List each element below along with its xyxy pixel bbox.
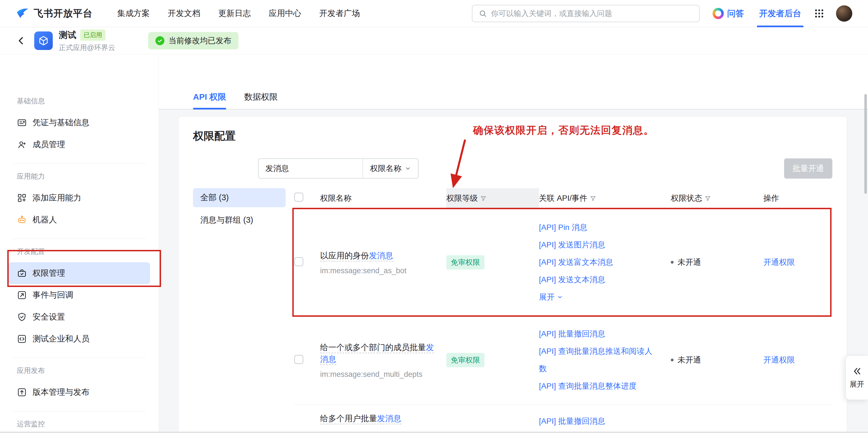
sidebar-section-release: 应用发布 — [8, 366, 150, 375]
double-chevron-left-icon — [852, 367, 862, 376]
select-all-checkbox[interactable] — [294, 193, 303, 202]
batch-open-button[interactable]: 批量开通 — [784, 158, 832, 179]
permissions-table: 权限名称 权限等级 关联 API/事件 权限状态 操作 — [294, 188, 832, 433]
header-permission-level[interactable]: 权限等级 — [446, 188, 539, 209]
api-link[interactable]: [API] 发送富文本消息 — [539, 254, 658, 271]
expand-apis-link[interactable]: 展开 — [539, 288, 665, 306]
api-link[interactable]: [API] 发送图片消息 — [539, 236, 658, 254]
tab-label: API 权限 — [193, 92, 226, 102]
qa-gradient-icon — [713, 8, 724, 19]
search-icon — [478, 9, 487, 18]
menu-item-dev-plaza[interactable]: 开发者广场 — [319, 8, 360, 19]
app-name: 测试 — [59, 29, 76, 41]
permission-icon — [17, 268, 27, 278]
apps-grid-icon[interactable] — [814, 8, 824, 19]
qa-entry[interactable]: 问答 — [713, 8, 744, 19]
open-permission-link[interactable]: 开通权限 — [763, 258, 795, 266]
sidebar-section-dev-config: 开发配置 — [8, 247, 150, 256]
permission-level-badge: 免审权限 — [446, 353, 485, 367]
table-row: 给一个或多个部门的成员批量发消息 im:message:send_multi_d… — [294, 316, 832, 405]
sidebar-divider — [13, 358, 146, 358]
search-field-select[interactable]: 权限名称 — [363, 159, 418, 178]
tab-label: 数据权限 — [244, 92, 278, 102]
api-link[interactable]: [API] 查询批量消息整体进度 — [539, 377, 658, 395]
menu-item-changelog[interactable]: 更新日志 — [218, 8, 251, 19]
filter-funnel-icon — [590, 195, 596, 202]
row-checkbox[interactable] — [294, 355, 303, 364]
page: 飞书开放平台 集成方案 开发文档 更新日志 应用中心 开发者广场 问答 开发者后… — [0, 0, 868, 433]
app-header: 测试 已启用 正式应用@环界云 当前修改均已发布 — [0, 27, 868, 54]
primary-menu: 集成方案 开发文档 更新日志 应用中心 开发者广场 — [117, 8, 360, 19]
test-company-icon — [17, 334, 27, 344]
app-meta: 测试 已启用 正式应用@环界云 — [59, 29, 115, 52]
sidebar-section-capabilities: 应用能力 — [8, 172, 150, 181]
api-link[interactable]: [API] 发送文本消息 — [539, 271, 658, 288]
permission-code: im:message:send_as_bot — [320, 266, 441, 275]
permission-search-input[interactable] — [259, 164, 363, 173]
sidebar-item-label: 安全设置 — [33, 311, 65, 323]
permission-name-link[interactable]: 发消息 — [377, 414, 401, 423]
sidebar-item-label: 版本管理与发布 — [33, 387, 90, 398]
menu-item-app-center[interactable]: 应用中心 — [269, 8, 301, 19]
category-message-group[interactable]: 消息与群组 (3) — [193, 211, 286, 230]
sidebar-item-credentials[interactable]: 凭证与基础信息 — [8, 112, 150, 134]
row-checkbox[interactable] — [294, 257, 303, 266]
sidebar-item-members[interactable]: 成员管理 — [8, 134, 150, 155]
table-row: 以应用的身份发消息 im:message:send_as_bot 免审权限 [A… — [294, 209, 832, 316]
vertical-scrollbar-thumb[interactable] — [864, 94, 867, 194]
brand[interactable]: 飞书开放平台 — [16, 7, 93, 20]
sidebar-section-basic-info: 基础信息 — [8, 96, 150, 106]
sidebar-divider — [13, 239, 146, 239]
sidebar-item-add-capability[interactable]: 添加应用能力 — [8, 187, 150, 209]
tab-api-permissions[interactable]: API 权限 — [193, 91, 226, 109]
sidebar-item-version-release[interactable]: 版本管理与发布 — [8, 381, 150, 403]
brand-title: 飞书开放平台 — [34, 7, 93, 20]
expand-panel-button[interactable]: 展开 — [845, 355, 868, 400]
category-all[interactable]: 全部 (3) — [193, 188, 286, 207]
header-related-api[interactable]: 关联 API/事件 — [539, 188, 671, 209]
sidebar-item-label: 事件与回调 — [33, 289, 73, 301]
header-permission-status[interactable]: 权限状态 — [671, 188, 763, 209]
back-button[interactable] — [16, 35, 26, 46]
permission-status: 未开通 — [671, 257, 701, 268]
check-circle-icon — [155, 36, 164, 45]
security-icon — [17, 312, 27, 322]
sidebar-item-events[interactable]: 事件与回调 — [8, 284, 150, 306]
app-cube-icon — [34, 31, 53, 50]
api-link[interactable]: [API] Pin 消息 — [539, 219, 658, 236]
api-link[interactable]: [API] 批量撤回消息 — [539, 325, 658, 343]
menu-item-integration[interactable]: 集成方案 — [117, 8, 150, 19]
tab-data-permissions[interactable]: 数据权限 — [244, 91, 278, 109]
api-link[interactable]: [API] 批量撤回消息 — [539, 412, 658, 430]
credential-icon — [17, 118, 27, 128]
developer-console-tab[interactable]: 开发者后台 — [759, 0, 801, 27]
sidebar-item-test-company[interactable]: 测试企业和人员 — [8, 328, 150, 350]
table-row: 给多个用户批量发消息 [API] 批量撤回消息 [API] 查询批量消息推送和阅… — [294, 405, 832, 433]
sidebar-item-security[interactable]: 安全设置 — [8, 306, 150, 328]
permission-search: 权限名称 — [258, 158, 418, 179]
permission-config-card: 权限配置 权限名称 批量开通 全部 (3) — [178, 116, 847, 433]
chevron-down-icon — [405, 165, 411, 172]
toolbar: 权限名称 批量开通 — [193, 158, 832, 179]
sidebar-item-label: 机器人 — [33, 214, 57, 226]
api-link[interactable]: [API] 查询批量消息推送和阅读人数 — [539, 343, 658, 377]
sidebar-section-monitoring: 运营监控 — [8, 419, 150, 429]
sidebar: 基础信息 凭证与基础信息 成员管理 — [0, 54, 159, 433]
sidebar-item-bot[interactable]: 机器人 — [8, 209, 150, 231]
app-subtitle: 正式应用@环界云 — [59, 43, 115, 52]
category-list: 全部 (3) 消息与群组 (3) — [193, 188, 286, 233]
user-avatar[interactable] — [836, 5, 852, 22]
window-bottom-edge — [0, 432, 868, 433]
feishu-logo-icon — [16, 7, 29, 20]
global-search[interactable] — [472, 5, 700, 22]
menu-item-docs[interactable]: 开发文档 — [168, 8, 200, 19]
sidebar-item-permissions[interactable]: 权限管理 — [8, 262, 150, 284]
top-navigation: 飞书开放平台 集成方案 开发文档 更新日志 应用中心 开发者广场 问答 开发者后… — [0, 0, 868, 27]
open-permission-link[interactable]: 开通权限 — [763, 355, 795, 364]
permission-name-link[interactable]: 发消息 — [369, 251, 393, 260]
global-search-input[interactable] — [491, 9, 693, 18]
header-actions: 操作 — [763, 188, 832, 209]
robot-icon — [17, 215, 27, 225]
enabled-status-badge: 已启用 — [80, 29, 105, 41]
filter-funnel-icon — [705, 195, 711, 202]
